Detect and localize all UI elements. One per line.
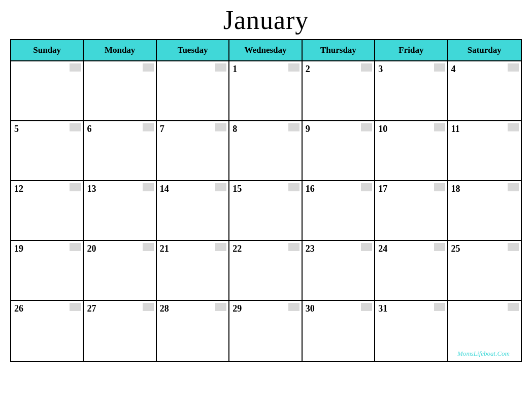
header-monday: Monday (84, 40, 156, 61)
corner-mark (143, 243, 154, 251)
day-cell[interactable]: 4 (448, 61, 521, 121)
corner-mark (361, 303, 372, 311)
day-cell[interactable]: 11 (448, 121, 521, 181)
corner-mark (434, 243, 445, 251)
corner-mark (215, 63, 226, 72)
day-cell[interactable]: 9 (303, 121, 375, 181)
day-cell[interactable]: 14 (157, 181, 229, 241)
header-wednesday: Wednesday (229, 40, 302, 61)
day-cell[interactable] (157, 61, 229, 121)
day-number: 11 (451, 124, 460, 134)
calendar-title: January (223, 5, 309, 35)
corner-mark (70, 183, 81, 191)
corner-mark (508, 183, 519, 191)
day-cell[interactable]: 27 (84, 301, 156, 361)
corner-mark (70, 123, 81, 131)
corner-mark (288, 123, 300, 131)
day-number: 30 (306, 303, 315, 314)
day-cell[interactable]: 6 (84, 121, 156, 181)
day-cell[interactable]: 25 (448, 241, 521, 301)
day-number: 27 (87, 303, 96, 314)
corner-mark (143, 183, 154, 191)
day-number: 24 (378, 244, 387, 254)
corner-mark (215, 303, 226, 311)
corner-mark (143, 63, 154, 72)
day-number: 9 (306, 124, 310, 134)
corner-mark (288, 183, 300, 191)
day-cell[interactable]: 23 (303, 241, 375, 301)
day-cell[interactable]: 31 (375, 301, 448, 361)
day-cell[interactable]: 17 (375, 181, 448, 241)
day-number: 21 (160, 244, 169, 254)
day-cell[interactable]: 15 (229, 181, 302, 241)
day-cell[interactable]: 18 (448, 181, 521, 241)
day-cell[interactable]: 7 (157, 121, 229, 181)
day-cell[interactable]: 5 (11, 121, 84, 181)
header-saturday: Saturday (448, 40, 521, 61)
day-cell[interactable]: 28 (157, 301, 229, 361)
day-number: 2 (306, 64, 310, 74)
day-cell[interactable]: 21 (157, 241, 229, 301)
day-number: 3 (378, 64, 383, 74)
day-number: 16 (306, 184, 315, 194)
day-cell[interactable]: 3 (375, 61, 448, 121)
corner-mark (508, 303, 519, 311)
corner-mark (361, 183, 372, 191)
day-cell[interactable]: 20 (84, 241, 156, 301)
corner-mark (70, 243, 81, 251)
day-number: 22 (232, 244, 242, 254)
day-number: 13 (87, 184, 96, 194)
corner-mark (70, 303, 81, 311)
day-number: 25 (451, 244, 460, 254)
corner-mark (215, 123, 226, 131)
day-number: 12 (14, 184, 23, 194)
header-friday: Friday (375, 40, 448, 61)
day-number: 17 (378, 184, 387, 194)
corner-mark (434, 303, 445, 311)
corner-mark (215, 243, 226, 251)
day-cell[interactable]: 30 (303, 301, 375, 361)
day-cell[interactable]: 26 (11, 301, 84, 361)
header-sunday: Sunday (11, 40, 84, 61)
corner-mark (288, 63, 300, 72)
corner-mark (508, 243, 519, 251)
day-cell[interactable]: 10 (375, 121, 448, 181)
corner-mark (361, 63, 372, 72)
day-number: 20 (87, 244, 96, 254)
day-cell[interactable]: 16 (303, 181, 375, 241)
day-number: 14 (160, 184, 169, 194)
corner-mark (361, 123, 372, 131)
day-cell[interactable]: 29 (229, 301, 302, 361)
day-number: 15 (232, 184, 242, 194)
corner-mark (434, 183, 445, 191)
corner-mark (215, 183, 226, 191)
day-cell[interactable]: 1 (229, 61, 302, 121)
day-cell[interactable]: 8 (229, 121, 302, 181)
corner-mark (508, 63, 519, 72)
day-number: 1 (232, 64, 237, 74)
calendar-header: Sunday Monday Tuesday Wednesday Thursday… (11, 40, 521, 61)
day-cell[interactable] (84, 61, 156, 121)
corner-mark (508, 123, 519, 131)
corner-mark (143, 303, 154, 311)
day-number: 19 (14, 244, 23, 254)
day-cell[interactable]: 12 (11, 181, 84, 241)
header-thursday: Thursday (303, 40, 375, 61)
day-cell[interactable] (11, 61, 84, 121)
day-number: 6 (87, 124, 91, 134)
day-number: 26 (14, 303, 23, 314)
day-cell[interactable]: 22 (229, 241, 302, 301)
day-cell[interactable]: 13 (84, 181, 156, 241)
day-number: 31 (378, 303, 387, 314)
day-cell[interactable]: 2 (303, 61, 375, 121)
corner-mark (143, 123, 154, 131)
day-number: 4 (451, 64, 456, 74)
corner-mark (434, 63, 445, 72)
calendar-container: Sunday Monday Tuesday Wednesday Thursday… (10, 39, 522, 362)
day-cell[interactable]: 19 (11, 241, 84, 301)
day-cell[interactable]: 24 (375, 241, 448, 301)
corner-mark (434, 123, 445, 131)
corner-mark (288, 303, 300, 311)
day-number: 10 (378, 124, 387, 134)
day-number: 29 (232, 303, 242, 314)
